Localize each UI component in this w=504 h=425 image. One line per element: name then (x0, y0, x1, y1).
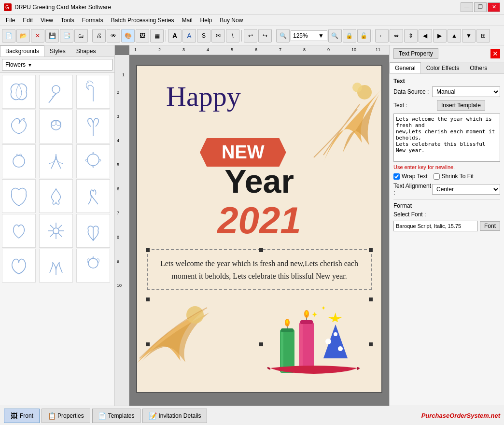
svg-text:7: 7 (279, 47, 281, 52)
shape-item[interactable] (76, 179, 110, 213)
back-button[interactable]: ← (375, 29, 389, 42)
shape-item[interactable] (2, 144, 36, 178)
shape-item[interactable] (39, 179, 73, 213)
bottom-invitation-button[interactable]: 📝 Invitation Details (142, 409, 207, 423)
menu-help[interactable]: Help (196, 16, 216, 25)
bottom-front-button[interactable]: 🖼 Front (4, 409, 40, 423)
shape-item[interactable] (76, 110, 110, 143)
menu-edit[interactable]: Edit (19, 16, 37, 25)
nav-up-button[interactable]: ▲ (448, 29, 461, 42)
text-alignment-select[interactable]: Center Left Right Justify (432, 184, 500, 195)
undo-button[interactable]: ↩ (244, 29, 257, 42)
barcode-button[interactable]: ▦ (150, 29, 164, 42)
shape-item[interactable] (2, 110, 36, 143)
unlock-button[interactable]: 🔓 (357, 29, 371, 42)
send-back-button[interactable]: ⊞ (476, 29, 490, 42)
mirror-h-button[interactable]: ⇔ (390, 29, 403, 42)
maximize-button[interactable]: ❐ (474, 2, 487, 12)
bottom-properties-button[interactable]: 📋 Properties (42, 409, 90, 423)
open-button[interactable]: 📂 (16, 29, 30, 42)
image-button[interactable]: 🖼 (136, 29, 149, 42)
resize-handle-tr[interactable] (369, 248, 373, 252)
zoom-out-button[interactable]: 🔍 (328, 29, 342, 42)
text-button[interactable]: A (168, 29, 182, 42)
svg-text:3: 3 (117, 114, 119, 119)
print-button[interactable]: 🖨 (92, 29, 106, 42)
main-area: Backgrounds Styles Shapes Flowers ▼ (0, 45, 504, 406)
menu-view[interactable]: View (37, 16, 57, 25)
format-divider (393, 199, 500, 199)
shape-item[interactable] (39, 75, 73, 109)
text-textarea[interactable]: Lets welcome the year which is fresh and… (393, 113, 500, 162)
resize-handle-tl[interactable] (146, 248, 150, 252)
text-property-close-button[interactable]: ✕ (490, 49, 500, 58)
svg-point-48 (306, 311, 308, 315)
shape-item[interactable] (76, 249, 110, 283)
font-button[interactable]: Font (480, 221, 500, 231)
shape-item[interactable] (2, 214, 36, 248)
tab-general[interactable]: General (390, 62, 421, 73)
tab-shapes[interactable]: Shapes (71, 45, 101, 57)
shape-item[interactable] (39, 249, 73, 283)
zoom-in-button[interactable]: 🔍 (276, 29, 290, 42)
shape-item[interactable] (39, 110, 73, 143)
shape-item[interactable] (2, 249, 36, 283)
email-button[interactable]: ✉ (211, 29, 225, 42)
shape-item[interactable] (76, 75, 110, 109)
resize-handle-bm[interactable] (259, 342, 263, 346)
open-folder-button[interactable]: 🗂 (74, 29, 88, 42)
shape-item[interactable] (76, 214, 110, 248)
menu-tools[interactable]: Tools (57, 16, 78, 25)
save-button[interactable]: 💾 (45, 29, 59, 42)
line-button[interactable]: \ (226, 29, 239, 42)
flip-v-button[interactable]: ⇕ (404, 29, 418, 42)
nav-down-button[interactable]: ▼ (462, 29, 476, 42)
menu-file[interactable]: File (2, 16, 19, 25)
data-source-select[interactable]: Manual (432, 86, 500, 97)
text-property-button[interactable]: Text Property (393, 48, 438, 59)
print-preview-button[interactable]: 👁 (107, 29, 120, 42)
shape-item[interactable] (39, 214, 73, 248)
resize-handle-tm[interactable] (259, 248, 263, 252)
new-button[interactable]: 📄 (2, 29, 15, 42)
zoom-dropdown[interactable]: ▼ (317, 32, 325, 39)
font-value: Baroque Script, Italic, 15.75 (396, 223, 461, 229)
shape-item[interactable] (39, 144, 73, 178)
shape-item[interactable] (76, 144, 110, 178)
resize-handle-mr[interactable] (369, 298, 373, 301)
nav-left-button[interactable]: ◀ (419, 29, 432, 42)
lock-button[interactable]: 🔒 (343, 29, 356, 42)
redo-button[interactable]: ↪ (258, 29, 272, 42)
zoom-input[interactable]: 125% (293, 32, 317, 39)
resize-handle-br[interactable] (369, 342, 373, 346)
purchase-link[interactable]: PurchaseOrderSystem.net (421, 412, 500, 419)
save-as-button[interactable]: 📑 (60, 29, 73, 42)
menu-buy[interactable]: Buy Now (216, 16, 247, 25)
tab-styles[interactable]: Styles (44, 45, 71, 57)
category-dropdown[interactable]: Flowers ▼ (2, 59, 112, 71)
close-window-button[interactable]: ✕ (488, 2, 500, 12)
bottom-templates-button[interactable]: 📄 Templates (92, 409, 141, 423)
shape-item[interactable] (2, 179, 36, 213)
nav-right-button[interactable]: ▶ (433, 29, 447, 42)
minimize-button[interactable]: — (461, 2, 473, 12)
svg-text:8: 8 (117, 235, 119, 240)
text-select-button[interactable]: A (182, 29, 196, 42)
arc-text-button[interactable]: S (197, 29, 210, 42)
resize-handle-bl[interactable] (146, 342, 150, 346)
canvas-area[interactable]: 123 456 789 1011 1 234 567 8910 (115, 45, 389, 406)
design-button[interactable]: 🎨 (121, 29, 135, 42)
close-button[interactable]: ✕ (31, 29, 44, 42)
insert-template-button[interactable]: Insert Template (437, 100, 485, 111)
card-text-box[interactable]: Lets welcome the year which is fresh and… (147, 249, 372, 290)
shape-item[interactable] (2, 75, 36, 109)
menu-formats[interactable]: Formats (78, 16, 107, 25)
tab-others[interactable]: Others (464, 62, 492, 73)
menu-mail[interactable]: Mail (178, 16, 196, 25)
tab-backgrounds[interactable]: Backgrounds (0, 45, 44, 57)
resize-handle-ml[interactable] (146, 298, 150, 301)
shrink-fit-checkbox[interactable] (434, 173, 440, 180)
tab-color-effects[interactable]: Color Effects (421, 62, 464, 73)
wrap-text-checkbox[interactable] (393, 173, 400, 180)
menu-batch[interactable]: Batch Processing Series (107, 16, 178, 25)
